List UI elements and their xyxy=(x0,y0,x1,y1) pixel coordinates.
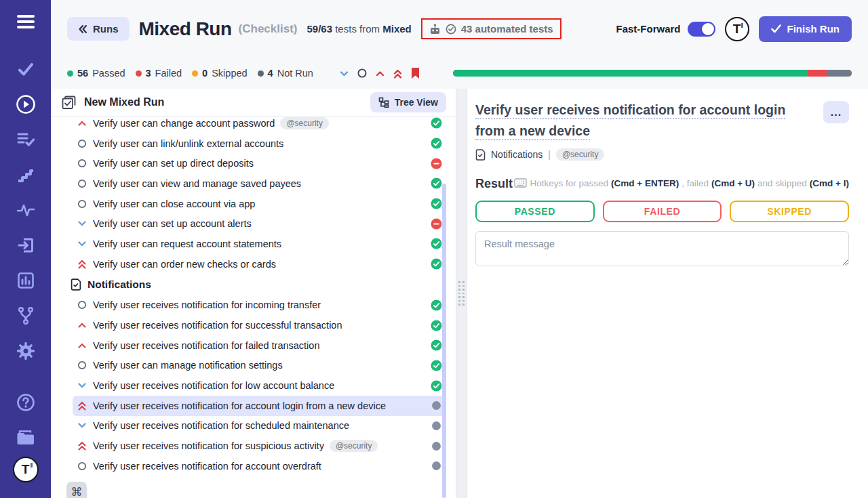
test-row[interactable]: Verify user can set up account alerts xyxy=(73,213,446,234)
caret-up-marker-icon[interactable] xyxy=(375,68,385,79)
status-passed-icon xyxy=(431,138,442,149)
status-failed-icon xyxy=(431,218,442,230)
back-to-runs-button[interactable]: Runs xyxy=(67,17,130,41)
double-caret-up-icon xyxy=(77,400,87,411)
progress-segment-failed xyxy=(808,70,827,77)
chevron-down-icon xyxy=(77,420,87,431)
status-dot-icon xyxy=(258,70,264,77)
security-tag-badge[interactable]: @security xyxy=(556,148,605,161)
settings-gear-icon[interactable] xyxy=(0,333,51,369)
test-row-title: Verify user can set up direct deposits xyxy=(93,158,254,169)
test-row[interactable]: Verify user can manage notification sett… xyxy=(73,356,446,376)
status-passed-icon xyxy=(431,320,442,331)
test-row[interactable]: Verify user can link/unlink external acc… xyxy=(73,133,446,154)
finish-run-button[interactable]: Finish Run xyxy=(759,16,852,42)
suite-row-label: Notifications xyxy=(87,278,151,291)
test-row-selected[interactable]: Verify user receives notification for ac… xyxy=(73,396,446,416)
tests-count: 59/63 tests from Mixed xyxy=(307,23,411,35)
check-icon[interactable] xyxy=(0,51,51,87)
resizer-grip-icon xyxy=(458,281,465,306)
passed-result-button[interactable]: PASSED xyxy=(475,201,595,222)
fast-forward-toggle[interactable] xyxy=(688,22,715,37)
play-circle-icon[interactable] xyxy=(0,87,51,122)
skipped-result-button[interactable]: SKIPPED xyxy=(730,201,849,222)
finish-run-label: Finish Run xyxy=(787,23,840,35)
status-passed-icon xyxy=(431,380,442,392)
top-header: Runs Mixed Run (Checklist) 59/63 tests f… xyxy=(51,0,868,58)
test-row-title: Verify user can view and manage saved pa… xyxy=(93,178,301,189)
suite-row[interactable]: Notifications xyxy=(51,274,456,295)
test-row[interactable]: Verify user receives notification for fa… xyxy=(73,335,446,356)
test-row-title: Verify user can manage notification sett… xyxy=(93,360,283,371)
status-not_run-icon xyxy=(431,400,442,411)
panel-resizer[interactable] xyxy=(456,89,467,498)
circle-icon xyxy=(77,138,87,149)
result-buttons: PASSEDFAILEDSKIPPED xyxy=(475,201,849,222)
test-row[interactable]: Verify user receives notification for su… xyxy=(73,315,446,335)
test-meta: Notifications | @security xyxy=(475,148,849,161)
result-message-input[interactable] xyxy=(475,231,849,266)
status-passed-icon xyxy=(431,198,442,209)
tree-view-button[interactable]: Tree View xyxy=(370,92,446,112)
help-icon[interactable] xyxy=(0,385,51,420)
run-list-icon[interactable] xyxy=(0,122,51,157)
test-row[interactable]: Verify user receives notification for sc… xyxy=(73,416,446,436)
status-not_run-icon xyxy=(431,420,442,432)
test-row[interactable]: Verify user can request account statemen… xyxy=(73,234,446,254)
status-passed-icon xyxy=(431,360,442,371)
double-caret-up-marker-icon[interactable] xyxy=(393,68,403,79)
meta-separator: | xyxy=(548,149,551,160)
status-failed-icon xyxy=(431,158,442,169)
test-row[interactable]: Verify user receives notification for ac… xyxy=(73,456,446,476)
test-row-title: Verify user receives notification for sc… xyxy=(93,420,349,431)
double-caret-up-icon xyxy=(77,259,87,270)
pulse-icon[interactable] xyxy=(0,192,51,228)
test-row[interactable]: Verify user receives notification for lo… xyxy=(73,375,446,396)
stat-failed: 3Failed xyxy=(136,68,182,79)
marker-filter-icons xyxy=(339,67,420,79)
status-passed-icon xyxy=(431,117,442,129)
stat-not-run: 4Not Run xyxy=(258,68,313,79)
suite-name[interactable]: Notifications xyxy=(491,149,542,160)
list-header: New Mixed Run Tree View xyxy=(51,89,456,117)
chevron-down-icon xyxy=(77,238,87,249)
menu-icon[interactable] xyxy=(0,4,51,39)
runs-button-label: Runs xyxy=(93,23,119,35)
folder-icon[interactable] xyxy=(0,420,51,455)
result-section-label: Result xyxy=(475,177,513,191)
testomat-logo[interactable]: T xyxy=(13,457,39,482)
test-row[interactable]: Verify user receives notification for in… xyxy=(73,295,446,316)
check-circle-icon xyxy=(446,24,456,35)
caret-up-icon xyxy=(77,118,87,129)
circle-icon xyxy=(77,178,87,189)
steps-icon[interactable] xyxy=(0,157,51,192)
test-row[interactable]: Verify user can order new checks or card… xyxy=(73,254,446,274)
more-options-button[interactable]: ... xyxy=(823,101,849,123)
test-row[interactable]: Verify user receives notification for su… xyxy=(73,436,446,456)
stat-passed: 56Passed xyxy=(67,68,125,79)
test-row[interactable]: Verify user can set up direct deposits xyxy=(73,153,446,173)
branch-icon[interactable] xyxy=(0,298,51,333)
test-row[interactable]: Verify user can close account via app xyxy=(73,194,446,214)
circle-icon xyxy=(77,461,87,472)
list-scrollbar[interactable] xyxy=(442,184,446,498)
keyboard-icon xyxy=(514,178,527,188)
testomat-logo-header[interactable]: T xyxy=(725,17,749,41)
run-progress-bar xyxy=(453,70,852,77)
test-row[interactable]: Verify user can change account password@… xyxy=(73,117,446,133)
test-row-title: Verify user receives notification for su… xyxy=(93,440,324,451)
test-row-title: Verify user can set up account alerts xyxy=(93,218,252,229)
failed-result-button[interactable]: FAILED xyxy=(603,201,722,222)
bookmark-icon[interactable] xyxy=(410,67,420,79)
test-row-title: Verify user can close account via app xyxy=(93,199,255,209)
signin-icon[interactable] xyxy=(0,228,51,263)
test-row[interactable]: Verify user can view and manage saved pa… xyxy=(73,173,446,194)
circle-icon xyxy=(77,158,87,169)
collapse-chevron-icon[interactable] xyxy=(339,68,349,79)
circle-icon xyxy=(77,199,87,209)
checklist-icon xyxy=(62,96,76,110)
status-not_run-icon xyxy=(431,460,442,472)
tag-badge: @security xyxy=(280,117,329,129)
analytics-icon[interactable] xyxy=(0,263,51,298)
circle-marker-icon[interactable] xyxy=(357,68,368,79)
